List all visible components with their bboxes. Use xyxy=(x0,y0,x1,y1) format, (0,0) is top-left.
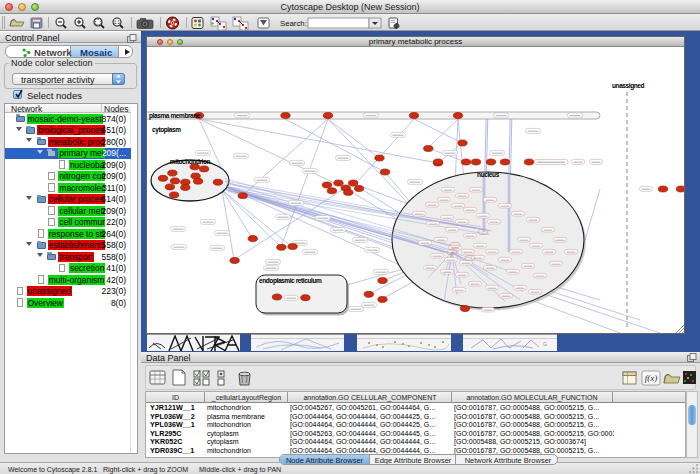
svg-text:f(x): f(x) xyxy=(645,373,658,383)
svg-text:G: G xyxy=(543,341,547,347)
svg-text:Search:: Search: xyxy=(280,19,307,28)
svg-text:1:1: 1:1 xyxy=(114,20,121,25)
svg-text:unassigned: unassigned xyxy=(612,82,645,90)
svg-text:mitochondrion: mitochondrion xyxy=(170,158,211,165)
svg-text:plasma membrane: plasma membrane xyxy=(149,112,201,120)
svg-text:endoplasmic reticulum: endoplasmic reticulum xyxy=(259,277,322,285)
svg-text:nucleus: nucleus xyxy=(477,171,500,178)
svg-text:cytoplasm: cytoplasm xyxy=(152,126,181,134)
